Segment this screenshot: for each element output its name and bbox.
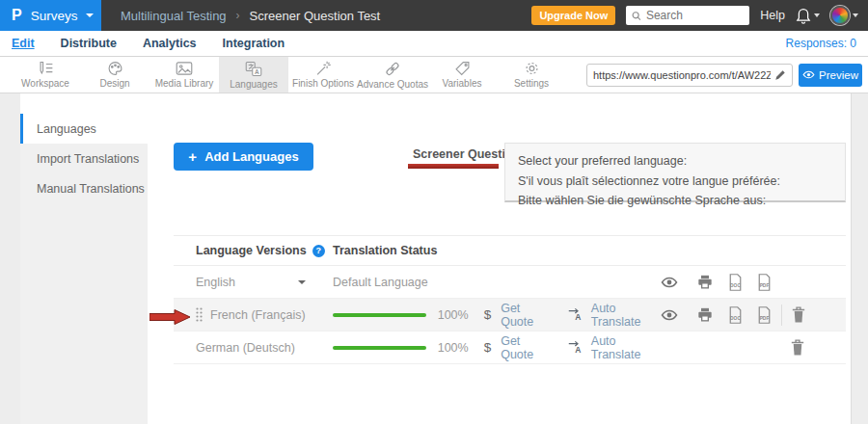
translation-progress-percent: 100% [438, 308, 469, 322]
content-area: Languages Import Translations Manual Tra… [0, 93, 868, 424]
edit-pencil-icon[interactable] [774, 69, 786, 81]
get-quote-link[interactable]: Get Quote [501, 334, 551, 361]
survey-url-box [586, 64, 793, 87]
tool-languages[interactable]: A Languages [219, 57, 288, 93]
screener-question-preview: Select your preferred language: S'il vou… [504, 143, 846, 202]
tag-icon [454, 61, 471, 76]
auto-translate-icon[interactable]: A [568, 340, 584, 355]
languages-sidebar: Languages Import Translations Manual Tra… [20, 114, 148, 424]
screener-line-french: S'il vous plaît sélectionnez votre langu… [518, 172, 832, 192]
default-language-status: Default Language [333, 276, 428, 289]
print-icon[interactable] [697, 307, 713, 322]
search-input[interactable] [646, 9, 744, 22]
plus-icon: + [188, 148, 197, 165]
image-icon [176, 61, 193, 76]
language-name: French (Français) [210, 308, 306, 322]
sidebar-item-manual-translations[interactable]: Manual Translations [20, 173, 148, 203]
screener-line-english: Select your preferred language: [518, 151, 832, 172]
export-pdf-icon[interactable]: PDF [757, 306, 772, 324]
workspace-icon [37, 61, 54, 76]
table-header-row: Language Versions ? Translation Status [174, 235, 846, 266]
chevron-down-icon [86, 13, 94, 17]
svg-text:DOC: DOC [730, 283, 741, 288]
preview-button[interactable]: Preview [799, 64, 862, 87]
table-row-english: English Default Language DOC PDF [174, 266, 846, 299]
link-icon [384, 61, 401, 77]
languages-main: + Add Languages Screener Question : Sele… [174, 93, 851, 424]
export-pdf-icon[interactable]: PDF [757, 274, 772, 291]
add-languages-button[interactable]: + Add Languages [174, 143, 313, 171]
bell-icon [796, 8, 811, 24]
auto-translate-link[interactable]: Auto Translate [591, 334, 661, 361]
dollar-icon[interactable]: $ [484, 340, 492, 355]
tool-settings[interactable]: Settings [497, 57, 566, 93]
tool-advance-quotas[interactable]: Advance Quotas [358, 57, 427, 93]
questionpro-logo-icon: P [12, 7, 22, 24]
view-icon[interactable] [661, 309, 678, 321]
global-search[interactable] [626, 6, 749, 25]
palette-icon [107, 61, 123, 76]
red-underline-annotation [408, 164, 499, 169]
get-quote-link[interactable]: Get Quote [501, 302, 551, 329]
breadcrumb: Multilingual Testing › Screener Question… [121, 9, 380, 23]
surveys-product-menu[interactable]: P Surveys [0, 0, 101, 31]
notifications-menu[interactable] [796, 8, 820, 24]
delete-icon[interactable] [792, 306, 805, 323]
tab-edit[interactable]: Edit [12, 37, 35, 50]
auto-translate-icon[interactable]: A [568, 307, 584, 322]
responses-count[interactable]: Responses: 0 [786, 37, 856, 50]
help-icon[interactable]: ? [312, 245, 325, 257]
survey-nav-tabs: Edit Distribute Analytics Integration Re… [0, 31, 868, 57]
breadcrumb-separator-icon: › [236, 9, 240, 22]
column-translation-status: Translation Status [333, 244, 661, 257]
sidebar-item-languages[interactable]: Languages [20, 114, 148, 144]
top-bar-actions: Upgrade Now Help [531, 6, 868, 25]
translation-progress-percent: 100% [438, 341, 469, 355]
tool-finish-options[interactable]: Finish Options [288, 57, 358, 93]
tab-integration[interactable]: Integration [223, 37, 285, 50]
tab-analytics[interactable]: Analytics [143, 37, 197, 50]
table-row-german: German (Deutsch) 100% $ Get Quote A Auto… [174, 331, 846, 364]
delete-icon[interactable] [791, 339, 804, 356]
survey-url-input[interactable] [593, 69, 771, 81]
tool-media-library[interactable]: Media Library [149, 57, 219, 93]
default-language-select[interactable]: English [174, 276, 333, 289]
export-doc-icon[interactable]: DOC [728, 274, 743, 291]
dollar-icon[interactable]: $ [484, 307, 492, 322]
translation-progress-bar [333, 346, 426, 350]
questionpro-languages-page: P Surveys Multilingual Testing › Screene… [0, 0, 868, 424]
product-menu-label: Surveys [31, 9, 78, 23]
drag-handle-icon[interactable] [196, 307, 203, 322]
translate-icon: A [245, 61, 262, 77]
screener-line-german: Bitte wählen Sie die gewünschte Sprache … [518, 191, 832, 211]
chevron-down-icon [814, 13, 820, 17]
export-doc-icon[interactable]: DOC [728, 306, 743, 324]
svg-text:A: A [575, 312, 581, 322]
table-row-french: French (Français) 100% $ Get Quote A Aut… [174, 299, 846, 331]
languages-panel: Languages Import Translations Manual Tra… [20, 93, 852, 424]
magic-wand-icon [315, 61, 332, 76]
top-bar: P Surveys Multilingual Testing › Screene… [0, 0, 868, 31]
sidebar-item-import-translations[interactable]: Import Translations [20, 144, 148, 173]
divider [781, 305, 782, 326]
gear-icon [524, 61, 540, 76]
tool-design[interactable]: Design [80, 57, 149, 93]
chevron-down-icon [298, 280, 306, 284]
tool-workspace[interactable]: Workspace [11, 57, 80, 93]
view-icon[interactable] [661, 277, 678, 288]
tab-distribute[interactable]: Distribute [61, 37, 117, 50]
upgrade-now-button[interactable]: Upgrade Now [531, 6, 615, 25]
search-icon [632, 11, 641, 21]
help-link[interactable]: Help [760, 9, 785, 22]
account-menu[interactable] [830, 6, 858, 25]
breadcrumb-folder[interactable]: Multilingual Testing [121, 9, 227, 23]
auto-translate-link[interactable]: Auto Translate [591, 302, 661, 329]
edit-toolbar: Workspace Design Media Library A Languag… [0, 57, 868, 93]
tool-variables[interactable]: Variables [427, 57, 497, 93]
svg-text:PDF: PDF [760, 316, 770, 321]
avatar [830, 6, 850, 25]
svg-text:DOC: DOC [730, 316, 741, 321]
print-icon[interactable] [697, 275, 713, 289]
chevron-down-icon [853, 13, 858, 17]
svg-text:A: A [255, 67, 259, 74]
